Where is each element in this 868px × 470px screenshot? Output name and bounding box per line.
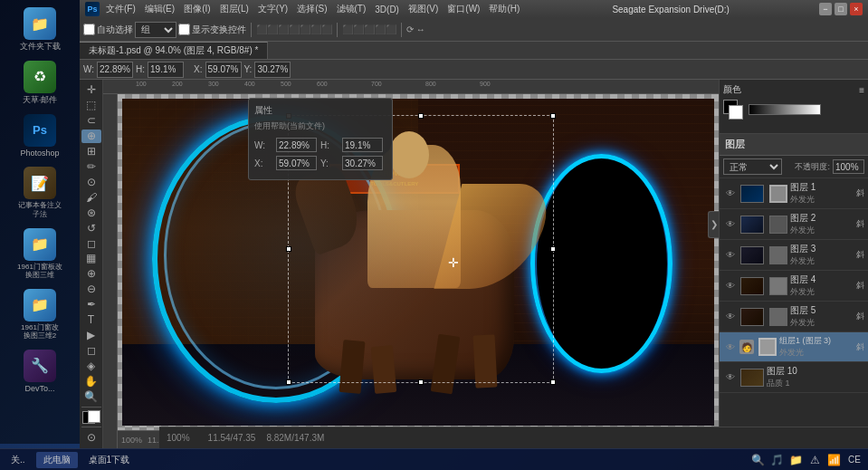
w-prop-label: W: (254, 140, 272, 150)
sidebar-item-recycle[interactable]: ♻ 天草·邮件 (4, 57, 76, 109)
color-panel-menu[interactable]: ≡ (859, 85, 864, 95)
layer-5-visibility[interactable]: 👁 (723, 310, 738, 324)
separator3 (401, 23, 402, 37)
auto-select-type[interactable]: 组 图层 (135, 22, 176, 38)
quick-mask[interactable]: ⊙ (81, 431, 101, 445)
taskbar-search-icon[interactable]: 🔍 (749, 452, 766, 468)
maximize-button[interactable]: □ (835, 3, 847, 15)
blur-tool[interactable]: ⊕ (81, 267, 101, 281)
history-brush[interactable]: ↺ (81, 221, 101, 235)
opacity-input[interactable] (833, 159, 864, 174)
app-menu-select[interactable]: 选择(S) (294, 3, 329, 15)
layer-1-visibility[interactable]: 👁 (723, 187, 738, 201)
opacity-label: 不透明度: (795, 161, 830, 173)
w-prop-input[interactable] (276, 138, 317, 152)
3d-tool[interactable]: ◈ (81, 359, 101, 372)
sidebar-item-photoshop[interactable]: Ps Photoshop (4, 110, 76, 162)
taskbar-network-icon[interactable]: 📶 (825, 452, 842, 468)
taskbar-start[interactable]: 关.. (4, 452, 33, 468)
sidebar-item-notes[interactable]: 📝 记事本备注义子法 (4, 163, 76, 222)
layer-2-visibility[interactable]: 👁 (723, 217, 738, 232)
file-tab-active[interactable]: 未标题-1.psd @ 94.0% (图层 4, RGB/8#) * (80, 42, 268, 59)
canvas-content[interactable]: HARDWARETOOLS&CUTLERY (118, 94, 719, 430)
marquee-tool[interactable]: ⬚ (81, 99, 101, 112)
layer-row-group[interactable]: 👁 🧑 组层1 (图层 3) 外发光 斜 (720, 332, 868, 362)
layer-row-1[interactable]: 👁 图层 1 外发光 斜 (720, 178, 868, 209)
y-input[interactable] (254, 62, 291, 78)
crop-tool[interactable]: ⊞ (81, 145, 101, 158)
layer-row-7[interactable]: 👁 图层 10 品质 1 (720, 362, 868, 393)
app-menu-help[interactable]: 帮助(H) (486, 3, 522, 15)
auto-select-label: 自动选择 (97, 24, 133, 36)
sidebar-item-tools[interactable]: 🔧 DevTo... (4, 346, 76, 398)
minimize-button[interactable]: − (819, 3, 832, 15)
layer-row-4[interactable]: 👁 图层 4 外发光 斜 (720, 271, 868, 302)
text-tool[interactable]: T (81, 313, 101, 327)
right-panels: 颜色 ≡ 图层 (719, 80, 868, 448)
x-input[interactable] (205, 62, 242, 78)
quick-select-tool[interactable]: ⊕ (81, 129, 101, 143)
sidebar-item-folder3[interactable]: 📁 1961门窗改换图三维2 (4, 285, 76, 344)
auto-select-checkbox[interactable] (83, 24, 95, 35)
clone-tool[interactable]: ⊛ (81, 206, 101, 219)
move-tool[interactable]: ✛ (81, 83, 101, 97)
gradient-tool[interactable]: ▦ (81, 252, 101, 265)
file-tabs: 未标题-1.psd @ 94.0% (图层 4, RGB/8#) * (80, 42, 868, 60)
canvas-image[interactable]: HARDWARETOOLS&CUTLERY (122, 99, 714, 426)
app-menu-image[interactable]: 图像(I) (181, 3, 213, 15)
app-menu-edit[interactable]: 编辑(E) (142, 3, 177, 15)
layer-7-visibility[interactable]: 👁 (723, 370, 738, 385)
sidebar-item-folder2[interactable]: 📁 1961门窗板改换图三维 (4, 225, 76, 283)
ps-logo: Ps (85, 2, 100, 16)
rider-head (389, 131, 429, 178)
app-menu-layer[interactable]: 图层(L) (217, 3, 252, 15)
layer-4-visibility[interactable]: 👁 (723, 279, 738, 293)
eyedropper-tool[interactable]: ✏ (81, 160, 101, 174)
eraser-tool[interactable]: ◻ (81, 236, 101, 250)
h-prop-input[interactable] (342, 138, 383, 152)
hand-tool[interactable]: ✋ (81, 374, 101, 388)
y-prop-input[interactable] (342, 156, 383, 170)
taskbar-alert-icon[interactable]: ⚠ (806, 452, 823, 468)
app-menu-text[interactable]: 文字(Y) (255, 3, 291, 15)
layer-group-visibility[interactable]: 👁 (723, 340, 738, 354)
close-button[interactable]: × (850, 3, 863, 15)
show-transform-checkbox[interactable] (178, 24, 190, 35)
foreground-background-colors[interactable] (82, 411, 100, 424)
lasso-tool[interactable]: ⊂ (81, 114, 101, 128)
layer-row-3[interactable]: 👁 图层 3 外发光 斜 (720, 240, 868, 271)
pen-tool[interactable]: ✒ (81, 298, 101, 312)
sidebar-item-file-manager[interactable]: 📁 文件夹下载 (4, 4, 76, 55)
dodge-tool[interactable]: ⊖ (81, 283, 101, 296)
brush-tool[interactable]: 🖌 (81, 190, 101, 204)
layer-row-2[interactable]: 👁 图层 2 外发光 斜 (720, 209, 868, 240)
color-slider[interactable] (749, 104, 821, 115)
width-input[interactable] (97, 62, 133, 78)
height-input[interactable] (148, 62, 184, 78)
path-select[interactable]: ▶ (81, 329, 101, 342)
taskbar-computer[interactable]: 此电脑 (36, 452, 78, 468)
layer-3-visibility[interactable]: 👁 (723, 248, 738, 263)
taskbar-music-icon[interactable]: 🎵 (768, 452, 785, 468)
sidebar-item-folder3-label: 1961门窗改换图三维2 (21, 323, 59, 341)
app-menu-file[interactable]: 文件(F) (103, 3, 138, 15)
blend-mode-select[interactable]: 正常 (723, 158, 782, 175)
right-collapse-button[interactable]: ❯ (708, 211, 719, 238)
color-panel: 颜色 ≡ (720, 80, 868, 134)
file-size-status: 8.82M/147.3M (266, 433, 324, 443)
app-menu-window[interactable]: 窗口(W) (444, 3, 482, 15)
fg-color-swatch[interactable] (723, 100, 743, 120)
zoom-tool[interactable]: 🔍 (81, 389, 101, 403)
layer-row-5[interactable]: 👁 图层 5 外发光 斜 (720, 302, 868, 332)
app-menu-3d[interactable]: 3D(D) (372, 5, 402, 14)
layer-1-blend: 斜 (856, 187, 864, 199)
shape-tool[interactable]: ◻ (81, 343, 101, 357)
healing-tool[interactable]: ⊙ (81, 175, 101, 188)
title-bar: Ps 文件(F) 编辑(E) 图像(I) 图层(L) 文字(Y) 选择(S) 滤… (80, 0, 868, 18)
app-menu-filter[interactable]: 滤镜(T) (334, 3, 369, 15)
taskbar-download[interactable]: 桌面1下载 (81, 452, 138, 468)
canvas-area[interactable]: 100 200 300 400 500 600 700 800 900 (103, 80, 719, 448)
taskbar-folder-icon[interactable]: 📁 (787, 452, 804, 468)
x-prop-input[interactable] (276, 156, 317, 170)
app-menu-view[interactable]: 视图(V) (405, 3, 441, 15)
